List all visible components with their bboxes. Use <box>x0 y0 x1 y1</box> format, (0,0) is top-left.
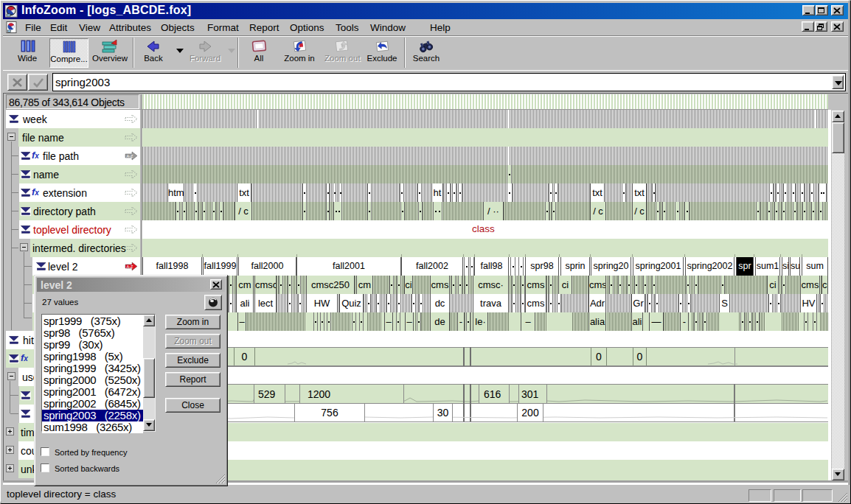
svg-text:A-Z: A-Z <box>127 154 134 158</box>
svg-text:A-Z: A-Z <box>127 265 134 269</box>
